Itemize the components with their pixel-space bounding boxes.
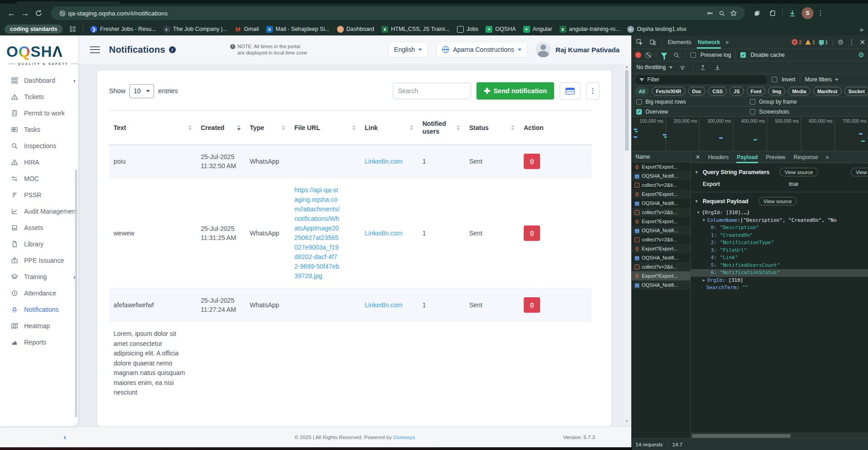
file-url-link[interactable]: https://api-qa-staging.oqsha.com//attach… <box>294 185 340 281</box>
link[interactable]: LinkedIn.com <box>365 300 402 310</box>
clear-network-icon[interactable] <box>645 52 651 58</box>
scroll-down-arrow[interactable]: ▼ <box>624 418 630 424</box>
sort-icons[interactable] <box>352 125 356 130</box>
network-settings-gear-icon[interactable]: ⚙ <box>858 51 864 59</box>
table-menu-button[interactable]: ⋮ <box>586 82 600 100</box>
request-row[interactable]: ↔collect?v=2&ti... <box>632 208 690 217</box>
chip-media[interactable]: Media <box>788 87 810 95</box>
bookmark-item[interactable]: ◐The Job Company |... <box>164 26 227 33</box>
chip-font[interactable]: Font <box>747 87 766 95</box>
tab-preview[interactable]: Preview <box>765 152 786 163</box>
forward-button[interactable]: → <box>18 6 32 20</box>
profile-avatar[interactable]: S <box>802 7 813 19</box>
sidebar-item-moc[interactable]: MOC <box>0 170 78 187</box>
network-filter-input[interactable] <box>647 76 763 83</box>
chip-doc[interactable]: Doc <box>688 87 706 95</box>
scroll-up-arrow[interactable]: ▲ <box>624 64 630 69</box>
request-row[interactable]: ↔collect?v=2&ti... <box>632 235 690 244</box>
throttling-dropdown[interactable]: No throttling <box>636 64 673 70</box>
bookmark-item[interactable]: +Angular <box>523 26 552 33</box>
record-button[interactable] <box>635 52 641 58</box>
request-row[interactable]: {}Export?Export... <box>632 217 690 226</box>
detail-horizontal-scrollbar[interactable] <box>691 433 868 438</box>
request-row[interactable]: {}Export?Export... <box>632 244 690 253</box>
sort-icons[interactable] <box>456 125 460 130</box>
site-info-icon[interactable] <box>56 7 68 19</box>
column-header-fileurl[interactable]: File URL <box>290 110 360 145</box>
detail-more-tabs-chevron[interactable]: » <box>826 154 829 160</box>
import-har-icon[interactable] <box>699 63 708 72</box>
tree-columnname[interactable]: ▼ColumnName: ["Description", "CreatedOn"… <box>691 217 868 225</box>
triangle-down-icon[interactable]: ▼ <box>697 209 702 217</box>
query-string-section-header[interactable]: ▼ Query String Parameters View source Vi… <box>691 163 868 179</box>
tab-headers[interactable]: Headers <box>708 152 729 163</box>
delete-button[interactable] <box>524 154 540 169</box>
delete-button[interactable] <box>524 225 540 241</box>
inspect-element-icon[interactable] <box>635 38 644 47</box>
bookmark-item[interactable]: Jobs <box>457 26 478 33</box>
triangle-down-icon[interactable]: ▼ <box>703 217 707 225</box>
reload-button[interactable] <box>32 6 45 20</box>
bookmark-item[interactable]: ❯Fresher Jobs - Resu... <box>90 26 156 33</box>
devtools-tab-elements[interactable]: Elements <box>667 36 692 48</box>
sort-icons[interactable] <box>511 125 515 130</box>
sidebar-item-notifications[interactable]: Notifications <box>0 301 78 318</box>
view-source-button[interactable]: View source <box>759 197 797 205</box>
group-by-frame-checkbox[interactable] <box>750 99 755 105</box>
request-row[interactable]: {}Export?Export... <box>632 162 690 171</box>
bookmark-item[interactable]: xHTML,CSS, JS Traini... <box>382 26 450 33</box>
sidebar-item-ppe-issuance[interactable]: PPE Issuance <box>0 252 78 269</box>
link[interactable]: LinkedIn.com <box>365 229 402 238</box>
link[interactable]: LinkedIn.com <box>365 157 402 166</box>
export-har-icon[interactable] <box>713 63 722 72</box>
password-key-icon[interactable] <box>704 7 716 19</box>
bookmark-item[interactable]: oMail - Sehajdeep Si... <box>266 26 330 33</box>
search-input[interactable] <box>393 83 471 99</box>
request-row[interactable]: {}Export?Export... <box>632 190 690 199</box>
issues-badge[interactable]: 1 <box>819 40 828 45</box>
bookmark-folder[interactable]: coding standards <box>5 25 63 34</box>
error-badge[interactable]: ✕2 <box>792 39 802 45</box>
devtools-settings-gear-icon[interactable]: ⚙ <box>838 38 843 46</box>
column-header-type[interactable]: Type <box>245 110 290 145</box>
close-detail-icon[interactable]: ✕ <box>695 154 700 160</box>
device-toolbar-icon[interactable] <box>648 38 657 47</box>
triangle-down-icon[interactable]: ▼ <box>694 199 699 204</box>
scrollbar-thumb[interactable] <box>625 70 629 151</box>
sort-icons[interactable] <box>237 125 241 130</box>
sort-icons[interactable] <box>188 125 192 130</box>
view-source-button[interactable]: View source <box>779 168 818 176</box>
column-header-text[interactable]: Text <box>109 110 196 145</box>
chip-manifest[interactable]: Manifest <box>813 87 842 95</box>
view-decoded-button[interactable]: View decoded <box>851 168 868 176</box>
name-column-header[interactable]: Name <box>632 151 690 162</box>
filter-icon[interactable] <box>661 53 667 57</box>
column-header-status[interactable]: Status <box>465 110 519 145</box>
bookmark-item[interactable]: Dashboard <box>337 26 374 33</box>
language-dropdown[interactable]: English <box>388 42 428 57</box>
request-row[interactable]: ▤OQSHA_Notifi... <box>632 253 690 262</box>
page-size-select[interactable]: 10 <box>129 84 154 98</box>
chip-socket[interactable]: Socket <box>844 87 868 95</box>
chip-css[interactable]: CSS <box>708 87 727 95</box>
tab-groups-icon[interactable] <box>751 7 763 19</box>
overview-checkbox[interactable]: ✓ <box>636 109 642 115</box>
request-row[interactable]: ▤OQSHA_Notifi... <box>632 226 690 235</box>
triangle-right-icon[interactable]: ▶ <box>703 277 707 285</box>
downloads-icon[interactable] <box>786 7 798 19</box>
sidebar-item-dashboard[interactable]: Dashboard‹ <box>0 72 78 89</box>
warning-badge[interactable]: 1 <box>805 40 815 45</box>
sidebar-item-tickets[interactable]: Tickets <box>0 89 78 105</box>
bookmark-item[interactable]: +OQSHA <box>486 26 516 33</box>
sidebar-item-assets[interactable]: Assets <box>0 220 78 236</box>
screenshots-checkbox[interactable] <box>750 109 755 115</box>
devtools-menu-icon[interactable]: ⋮ <box>848 38 855 46</box>
sidebar-item-inspections[interactable]: Inspections <box>0 138 78 154</box>
devtools-more-tabs-chevron[interactable]: » <box>725 39 729 45</box>
chip-js[interactable]: JS <box>729 87 744 95</box>
request-row[interactable]: ↔collect?v=2&ti... <box>632 262 690 271</box>
organization-dropdown[interactable]: Aparna Constructions <box>436 42 527 57</box>
apps-grid-icon[interactable] <box>70 26 75 32</box>
request-payload-section-header[interactable]: ▼ Request Payload View source <box>691 192 868 208</box>
network-overview[interactable]: 100,000 ms 200,000 ms 300,000 ms 400,000… <box>632 117 868 151</box>
